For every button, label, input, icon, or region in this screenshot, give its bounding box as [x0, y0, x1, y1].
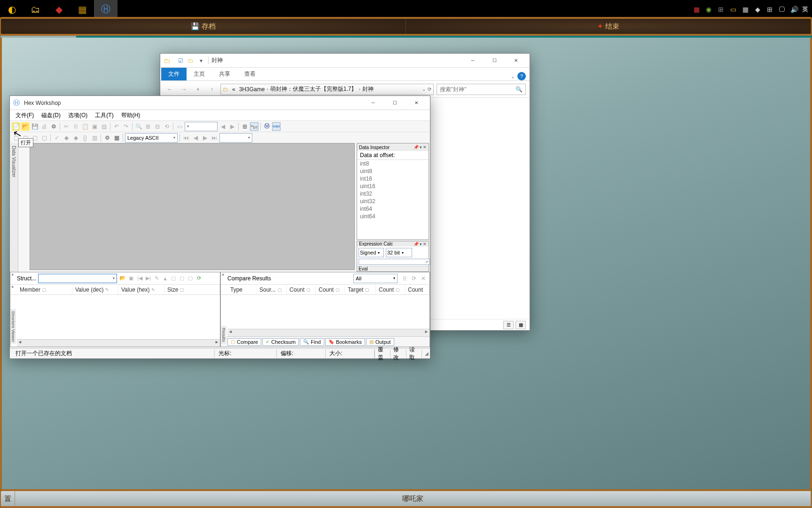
tab-compare[interactable]: ▢Compare: [227, 338, 261, 346]
open-file-icon[interactable]: 📂: [21, 122, 30, 131]
toolbar-icon[interactable]: ⎘: [400, 274, 409, 283]
tray-language[interactable]: 英: [802, 5, 808, 14]
address-input[interactable]: 🗀 « 3H3Game › 萌封神：伏魔三太子【完整版1.7】 › 封神 ⌄ ⟳: [220, 84, 434, 95]
compare-filter-select[interactable]: All▾: [353, 274, 398, 283]
toolbar-icon[interactable]: ✓: [53, 134, 61, 142]
calc-icon[interactable]: ▦: [112, 134, 121, 142]
search-field[interactable]: [440, 86, 515, 93]
dropdown-icon[interactable]: ▾: [420, 145, 422, 150]
dropdown-icon[interactable]: ▾: [420, 242, 422, 246]
hexw-titlebar[interactable]: Ⓗ Hex Workshop ─ ☐ ✕: [10, 96, 430, 110]
toolbar-icon[interactable]: |◀: [136, 275, 143, 282]
horizontal-scrollbar[interactable]: [227, 329, 429, 336]
minimize-button[interactable]: ─: [462, 54, 484, 68]
pane-close-icon[interactable]: ×: [222, 272, 224, 277]
copy-icon[interactable]: ⎘: [71, 122, 80, 131]
toolbar-icon[interactable]: ▣: [90, 122, 99, 131]
structure-grid-body[interactable]: [17, 295, 220, 339]
taskbar-app2-icon[interactable]: ▦: [70, 0, 94, 19]
structure-select[interactable]: ▾: [38, 274, 117, 283]
tray-volume-icon[interactable]: 🔊: [790, 5, 798, 14]
search-icon[interactable]: 🔍: [515, 86, 523, 93]
qat-dropdown-icon[interactable]: ▾: [197, 56, 205, 65]
toolbar-icon[interactable]: ▢: [170, 275, 177, 282]
type-row[interactable]: uint32: [357, 198, 429, 205]
undo-icon[interactable]: ↶: [112, 122, 121, 131]
new-file-icon[interactable]: 📄: [12, 122, 20, 131]
menu-disk[interactable]: 磁盘(D): [38, 111, 64, 120]
last-icon[interactable]: ⏭: [210, 134, 219, 142]
menu-file[interactable]: 文件(F): [12, 111, 38, 120]
game-bottom-button[interactable]: 置: [1, 491, 15, 506]
tab-find[interactable]: 🔍Find: [300, 338, 324, 346]
minimize-button[interactable]: ─: [362, 96, 384, 110]
close-button[interactable]: ✕: [406, 96, 427, 110]
tray-icon[interactable]: ▦: [741, 5, 750, 14]
menu-tools[interactable]: 工具(T): [91, 111, 117, 120]
type-row[interactable]: uint64: [357, 213, 429, 220]
toolbar-icon[interactable]: ◆: [62, 134, 70, 142]
toolbar-icon[interactable]: ▭: [175, 122, 184, 131]
tab-output[interactable]: ▤Output: [366, 338, 394, 346]
calc-sign-select[interactable]: Signed▾: [359, 248, 384, 257]
toolbar-icon[interactable]: ▤: [100, 122, 108, 131]
toolbar-icon[interactable]: ▶|: [144, 275, 152, 282]
tray-icon[interactable]: ◆: [753, 5, 762, 14]
save-icon[interactable]: 💾: [31, 122, 39, 131]
tray-icon[interactable]: ▦: [692, 5, 701, 14]
toolbar-icon[interactable]: ▢: [178, 275, 186, 282]
tray-icon[interactable]: ⊞: [717, 5, 725, 14]
tray-icon[interactable]: ◉: [704, 5, 713, 14]
taskbar-hexworkshop-icon[interactable]: Ⓗ: [94, 0, 117, 19]
menu-options[interactable]: 选项(O): [64, 111, 91, 120]
type-row[interactable]: int64: [357, 205, 429, 213]
delete-icon[interactable]: ✕: [419, 274, 428, 283]
pin-icon[interactable]: 📌: [414, 145, 419, 150]
toolbar-icon[interactable]: ⁿ₁₀: [250, 122, 258, 131]
redo-icon[interactable]: ↷: [122, 122, 130, 131]
toolbar-icon[interactable]: ▥: [90, 134, 99, 142]
maximize-button[interactable]: ☐: [484, 54, 505, 68]
address-dropdown-icon[interactable]: ⌄: [422, 87, 426, 92]
tab-home[interactable]: 主页: [187, 68, 212, 80]
toolbar-icon[interactable]: ▢: [187, 275, 194, 282]
toolbar-icon[interactable]: ◆: [71, 134, 80, 142]
nav-forward-button[interactable]: →: [178, 84, 189, 95]
cut-icon[interactable]: ✂: [62, 122, 70, 131]
intel-icon[interactable]: intel: [272, 122, 281, 131]
taskbar-chrome-icon[interactable]: ◐: [0, 0, 23, 19]
tray-display-icon[interactable]: 🖵: [778, 5, 786, 14]
game-end-button[interactable]: ✦ 结束: [406, 19, 811, 34]
breadcrumb-item[interactable]: 封神: [360, 85, 375, 93]
paste-icon[interactable]: 📋: [81, 122, 89, 131]
toolbar-combo[interactable]: ▾: [219, 133, 252, 143]
type-row[interactable]: uint16: [357, 183, 429, 190]
breadcrumb-prefix[interactable]: «: [230, 86, 237, 93]
tab-checksum[interactable]: ✓Checksum: [262, 338, 299, 346]
view-details-button[interactable]: ☰: [503, 321, 514, 329]
explorer-titlebar[interactable]: 🗀 ☑ 🗀 ▾ 封神 ─ ☐ ✕: [160, 54, 530, 68]
toolbar-icon[interactable]: ▲: [161, 275, 169, 282]
help-icon[interactable]: ?: [517, 72, 526, 80]
search-input[interactable]: 🔍: [437, 84, 526, 95]
type-row[interactable]: int8: [357, 160, 429, 167]
results-tab[interactable]: Results: [221, 326, 226, 344]
nav-recent-button[interactable]: ▾: [192, 84, 203, 95]
tab-share[interactable]: 共享: [212, 68, 237, 80]
refresh-icon[interactable]: ⟳: [195, 275, 203, 282]
close-icon[interactable]: ✕: [423, 242, 427, 246]
game-save-button[interactable]: 💾 存档: [1, 19, 406, 34]
tab-bookmarks[interactable]: 🔖Bookmarks: [325, 338, 365, 346]
first-icon[interactable]: ⏮: [182, 134, 190, 142]
toolbar-icon[interactable]: ⊞: [241, 122, 249, 131]
hex-editor-area[interactable]: [30, 143, 355, 270]
game-bottom-button[interactable]: 哪吒家: [15, 491, 811, 506]
view-icons-button[interactable]: ▦: [515, 321, 526, 329]
horizontal-scrollbar[interactable]: [17, 339, 220, 347]
nav-back-button[interactable]: ←: [164, 84, 175, 95]
pane-close-icon[interactable]: ×: [11, 285, 14, 289]
toolbar-icon[interactable]: ◀: [219, 122, 227, 131]
qat-icon[interactable]: ☑: [176, 56, 185, 65]
calc-bits-select[interactable]: 32 bit▾: [386, 248, 412, 257]
type-row[interactable]: uint8: [357, 167, 429, 175]
